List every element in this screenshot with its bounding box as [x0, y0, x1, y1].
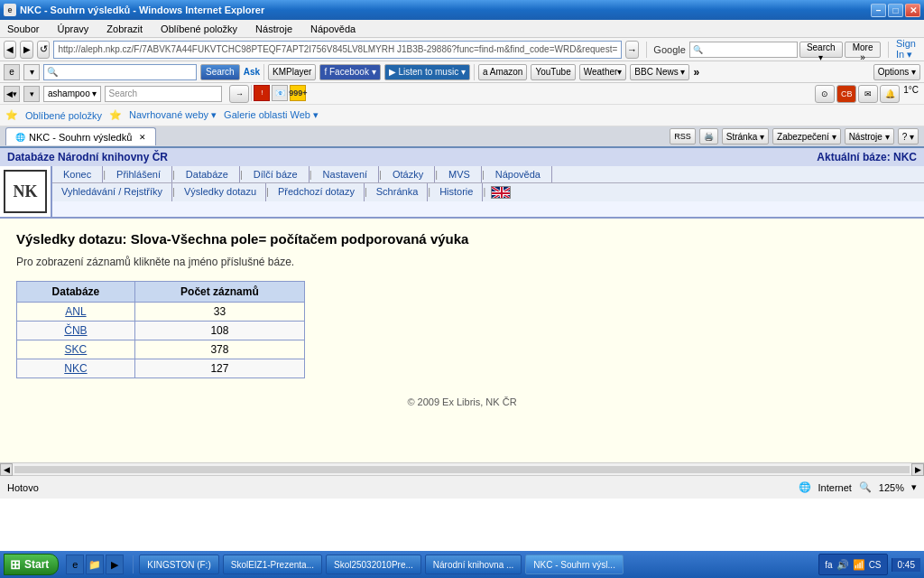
horizontal-scrollbar[interactable]: ◀ ▶ [0, 462, 924, 475]
refresh-button[interactable]: ↺ [37, 41, 50, 59]
toolbar-search-input[interactable]: 🔍 [43, 64, 197, 80]
menu-nastroje[interactable]: Nástroje [252, 23, 296, 35]
suggested-sites[interactable]: Navrhované weby ▾ [129, 109, 217, 121]
page-btn[interactable]: Stránka ▾ [722, 128, 769, 144]
subnav-schranka[interactable]: Schránka [367, 183, 428, 201]
icon-btn4[interactable]: 🔔 [880, 85, 900, 103]
extra-btn1[interactable]: ◀▾ [4, 86, 20, 102]
bbcnews-button[interactable]: BBC News ▾ [630, 64, 689, 80]
nav-prihlaseni[interactable]: Přihlášení [106, 166, 172, 182]
db-name-cell[interactable]: SKC [17, 340, 135, 359]
nav-dilci-baze[interactable]: Dílčí báze [243, 166, 310, 182]
tray-icon3[interactable]: 📶 [853, 559, 865, 571]
ask-label[interactable]: Ask [244, 67, 260, 77]
nav-otazky[interactable]: Otázky [382, 166, 435, 182]
weather-button[interactable]: Weather▾ [579, 64, 627, 80]
address-bar[interactable]: http://aleph.nkp.cz/F/7ABVK7A44FUKVTCHC9… [53, 41, 622, 59]
print-btn[interactable]: 🖨️ [699, 128, 718, 144]
web-gallery[interactable]: Galerie oblasti Web ▾ [224, 109, 319, 121]
taskbar-nkc[interactable]: NKC - Souhrn výsl... [525, 555, 624, 574]
db-link[interactable]: NKC [64, 362, 87, 375]
tools-btn[interactable]: Nástroje ▾ [845, 128, 894, 144]
amazon-button[interactable]: a Amazon [478, 64, 527, 80]
icon-btn1[interactable]: ⊙ [815, 85, 835, 103]
db-name-cell[interactable]: NKC [17, 359, 135, 378]
listen-button[interactable]: ▶ Listen to music ▾ [384, 64, 470, 80]
table-row: ANL33 [17, 303, 305, 322]
extra-btn2[interactable]: ▾ [23, 86, 40, 102]
kmplayer-button[interactable]: KMPlayer [268, 64, 316, 80]
options-button[interactable]: Options ▾ [873, 64, 920, 80]
nav-mvs[interactable]: MVS [438, 166, 482, 182]
favorites-item[interactable]: Oblíbené položky [25, 110, 102, 121]
tray-icon2[interactable]: 🔊 [836, 559, 849, 571]
hscroll-right[interactable]: ▶ [911, 463, 924, 476]
help-btn[interactable]: ? ▾ [898, 128, 919, 144]
dropdown-arrow[interactable]: ▾ [23, 64, 40, 80]
tab-close[interactable]: ✕ [139, 133, 146, 142]
db-link[interactable]: SKC [65, 343, 88, 356]
more-arrow[interactable]: » [693, 66, 699, 79]
sign-in-button[interactable]: Sign In ▾ [896, 38, 920, 61]
search-icon: 🔍 [47, 67, 58, 77]
menu-soubor[interactable]: Soubor [4, 23, 42, 35]
db-name-cell[interactable]: ČNB [17, 322, 135, 340]
hscroll-track[interactable] [14, 466, 910, 473]
db-link[interactable]: ČNB [64, 324, 87, 337]
db-name-cell[interactable]: ANL [17, 303, 135, 322]
icon-btn2[interactable]: CB [836, 85, 856, 103]
temp-label: 1°C [901, 85, 920, 103]
icon-btn3[interactable]: ✉ [858, 85, 878, 103]
facebook-button[interactable]: f Facebook ▾ [319, 64, 380, 80]
subnav-vysledky[interactable]: Výsledky dotazu [175, 183, 266, 201]
google-search-input[interactable]: 🔍 [689, 42, 798, 58]
subnav-historie[interactable]: Historie [430, 183, 483, 201]
extra-back[interactable]: → [229, 85, 249, 103]
close-button[interactable]: ✕ [905, 4, 920, 17]
nav-napoveda[interactable]: Nápověda [485, 166, 552, 182]
google-search-button[interactable]: Search ▾ [799, 42, 843, 58]
nav-nastaveni[interactable]: Nastavení [312, 166, 380, 182]
maximize-button[interactable]: □ [888, 4, 903, 17]
db-link[interactable]: ANL [65, 305, 86, 318]
taskbar-skolEIZ[interactable]: SkolEIZ1-Prezenta... [223, 555, 322, 574]
flag-icon[interactable] [485, 183, 516, 201]
google-more-button[interactable]: More » [845, 42, 882, 58]
nav-konec[interactable]: Konec [52, 166, 103, 182]
minimize-button[interactable]: – [871, 4, 886, 17]
nav-databaze[interactable]: Databáze [175, 166, 240, 182]
subnav-predchozi[interactable]: Předchozí dotazy [269, 183, 365, 201]
nkc-db-title: Databáze Národní knihovny ČR [7, 151, 168, 163]
menu-oblibene[interactable]: Oblíbené položky [157, 23, 241, 35]
youtube-button[interactable]: YouTube [531, 64, 575, 80]
browser-tab-nkc[interactable]: 🌐 NKC - Souhrn výsledků ✕ [5, 127, 156, 145]
toolbar-search-button[interactable]: Search [200, 64, 240, 80]
rss-btn[interactable]: RSS [670, 128, 696, 144]
zoom-dropdown[interactable]: ▾ [911, 481, 917, 493]
ql-ie[interactable]: e [66, 555, 84, 574]
ashampoo-search-input[interactable]: Search [105, 86, 222, 102]
ql-media[interactable]: ▶ [106, 555, 124, 574]
taskbar-skol2503[interactable]: Skol25032010Pre... [326, 555, 421, 574]
badge-icon[interactable]: 999+ [290, 85, 306, 101]
hscroll-left[interactable]: ◀ [0, 463, 13, 476]
tool-icon1[interactable]: 📧 [272, 85, 288, 101]
menu-zobrazit[interactable]: Zobrazit [103, 23, 146, 35]
ql-folder[interactable]: 📁 [86, 555, 104, 574]
nkc-nav-area: Konec | Přihlášení | Databáze | Dílčí bá… [52, 166, 924, 217]
notification-icon[interactable]: ! [254, 85, 270, 101]
security-btn[interactable]: Zabezpečení ▾ [772, 128, 841, 144]
tray-icon1[interactable]: fa [825, 560, 832, 570]
subnav-vyhledavani[interactable]: Vyhledávání / Rejstříky [52, 183, 172, 201]
menu-upravy[interactable]: Úpravy [53, 23, 92, 35]
count-cell: 108 [134, 322, 304, 340]
start-button[interactable]: ⊞ Start [4, 554, 59, 575]
menu-napoveda[interactable]: Nápověda [307, 23, 359, 35]
back-button[interactable]: ◀ [4, 41, 16, 59]
forward-button[interactable]: ▶ [20, 41, 32, 59]
go-button[interactable]: → [625, 41, 638, 59]
tray-cs-label: CS [869, 560, 882, 570]
taskbar-kingston[interactable]: KINGSTON (F:) [139, 555, 218, 574]
taskbar-narodni[interactable]: Národní knihovna ... [425, 555, 522, 574]
extra-nav-btns: → ! 📧 999+ [229, 85, 306, 103]
